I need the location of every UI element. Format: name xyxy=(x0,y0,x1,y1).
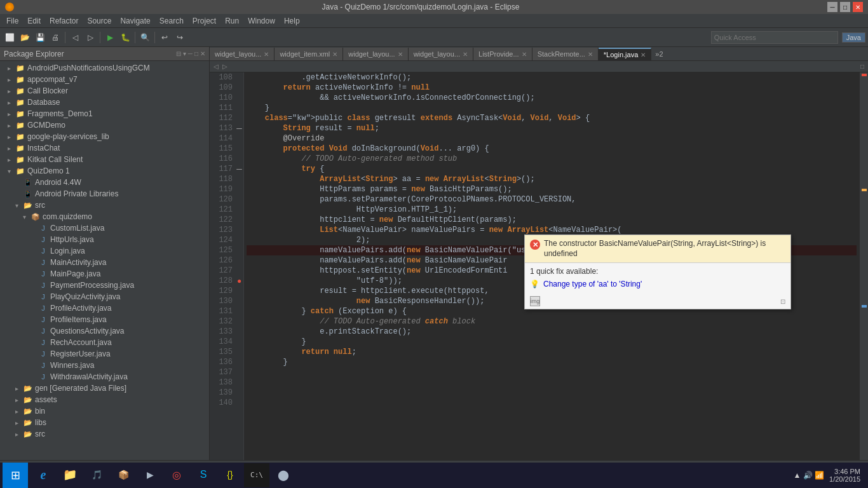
taskbar-cmd[interactable]: C:\ xyxy=(244,463,269,487)
ed-prev-button[interactable]: ◁ xyxy=(212,63,220,70)
tree-item-quizdemo1[interactable]: ▾ 📁 QuizDemo 1 xyxy=(0,165,209,177)
quick-fix-item[interactable]: 💡 Change type of 'aa' to 'String' xyxy=(530,278,785,290)
tree-item-customlist.java[interactable]: J CustomList.java xyxy=(0,222,209,234)
menu-item-edit[interactable]: Edit xyxy=(24,15,44,27)
tab-close-3[interactable]: ✕ xyxy=(463,51,468,58)
tab-6[interactable]: *Login.java✕ xyxy=(599,48,651,60)
quick-fix-resize-handle[interactable]: ⊡ xyxy=(780,298,785,305)
tab-3[interactable]: widget_layou...✕ xyxy=(409,48,473,60)
tab-close-5[interactable]: ✕ xyxy=(588,51,593,58)
menu-item-navigate[interactable]: Navigate xyxy=(116,15,154,27)
tree-item-paymentprocessing.java[interactable]: J PaymentProcessing.java xyxy=(0,280,209,291)
open-button[interactable]: 📂 xyxy=(18,30,32,44)
pe-maximize-icon[interactable]: □ xyxy=(194,50,198,57)
save-button[interactable]: 💾 xyxy=(33,30,47,44)
back-button[interactable]: ◁ xyxy=(68,30,82,44)
gutter-collapse[interactable]: ─ xyxy=(236,124,242,133)
tree-item-android4.4w[interactable]: 📱 Android 4.4W xyxy=(0,177,209,188)
redo-button[interactable]: ↪ xyxy=(173,30,187,44)
tree-item-bin[interactable]: ▸ 📂 bin xyxy=(0,405,209,417)
tree-item-winners.java[interactable]: J Winners.java xyxy=(0,360,209,371)
tree-icon: J xyxy=(38,303,48,313)
tree-item-androidpushnotificationsusinggcm[interactable]: ▸ 📁 AndroidPushNotificationsUsingGCM xyxy=(0,62,209,74)
tab-4[interactable]: ListProvide...✕ xyxy=(473,48,532,60)
tree-item-fragments_demo1[interactable]: ▸ 📁 Fragments_Demo1 xyxy=(0,108,209,119)
tree-item-assets[interactable]: ▸ 📂 assets xyxy=(0,394,209,405)
start-button[interactable]: ⊞ xyxy=(3,463,28,488)
tree-item-libs[interactable]: ▸ 📂 libs xyxy=(0,417,209,428)
forward-button[interactable]: ▷ xyxy=(83,30,97,44)
tree-item-callblocker[interactable]: ▸ 📁 Call Blocker xyxy=(0,85,209,97)
tab-0[interactable]: widget_layou...✕ xyxy=(210,48,275,60)
taskbar-skype[interactable]: S xyxy=(191,463,216,487)
tree-item-gcmdemo[interactable]: ▸ 📁 GCMDemo xyxy=(0,119,209,131)
tree-item-appcompat_v7[interactable]: ▸ 📁 appcompat_v7 xyxy=(0,74,209,85)
tab-close-2[interactable]: ✕ xyxy=(398,51,403,58)
tab-close-0[interactable]: ✕ xyxy=(264,51,269,58)
run-button[interactable]: ▶ xyxy=(103,30,117,44)
tree-item-rechaccount.java[interactable]: J RechAccount.java xyxy=(0,337,209,348)
quick-fix-item-label[interactable]: Change type of 'aa' to 'String' xyxy=(543,280,642,288)
menu-item-help[interactable]: Help xyxy=(280,15,304,27)
new-button[interactable]: ⬜ xyxy=(3,30,17,44)
close-button[interactable]: ✕ xyxy=(853,2,863,12)
tab-overflow[interactable]: »2 xyxy=(651,48,667,60)
taskbar-media[interactable]: 🎵 xyxy=(84,463,109,487)
tree-item-src[interactable]: ▾ 📂 src xyxy=(0,200,209,211)
tree-item-registeruser.java[interactable]: J RegisterUser.java xyxy=(0,348,209,360)
taskbar-file-explorer[interactable]: 📁 xyxy=(57,463,83,487)
tree-item-database[interactable]: ▸ 📁 Database xyxy=(0,97,209,108)
print-button[interactable]: 🖨 xyxy=(48,30,62,44)
line-num-117: 117 xyxy=(212,164,233,174)
tree-item-kitkatcallsilent[interactable]: ▸ 📁 Kitkat Call Silent xyxy=(0,154,209,165)
tree-item-mainpage.java[interactable]: J MainPage.java xyxy=(0,268,209,280)
pe-collapse-icon[interactable]: ⊟ xyxy=(176,50,181,57)
taskbar-play[interactable]: ▶ xyxy=(137,463,163,487)
perspective-badge[interactable]: Java xyxy=(842,32,865,43)
taskbar-app9[interactable]: ⬤ xyxy=(271,463,296,487)
minimize-button[interactable]: ─ xyxy=(827,2,837,12)
pe-close-icon[interactable]: ✕ xyxy=(200,50,205,57)
tab-5[interactable]: StackRemote...✕ xyxy=(532,48,599,60)
menu-item-search[interactable]: Search xyxy=(156,15,187,27)
taskbar-brackets[interactable]: {} xyxy=(217,463,243,487)
tree-item-questionsactivity.java[interactable]: J QuestionsActivity.java xyxy=(0,325,209,337)
search-button[interactable]: 🔍 xyxy=(138,30,152,44)
ed-next-button[interactable]: ▷ xyxy=(221,63,229,70)
quick-access-input[interactable] xyxy=(711,31,838,44)
ed-maximize-button[interactable]: □ xyxy=(859,63,865,70)
undo-button[interactable]: ↩ xyxy=(158,30,172,44)
tree-item-google-play-services_lib[interactable]: ▸ 📁 google-play-services_lib xyxy=(0,131,209,142)
maximize-button[interactable]: □ xyxy=(840,2,850,12)
tree-item-profileactivity.java[interactable]: J ProfileActivity.java xyxy=(0,302,209,314)
menu-item-project[interactable]: Project xyxy=(189,15,220,27)
menu-item-refactor[interactable]: Refactor xyxy=(46,15,82,27)
taskbar-vbox[interactable]: 📦 xyxy=(111,463,136,487)
tree-item-com.quizdemo[interactable]: ▾ 📦 com.quizdemo xyxy=(0,211,209,222)
taskbar-chrome[interactable]: ◎ xyxy=(164,463,189,487)
tab-close-6[interactable]: ✕ xyxy=(641,51,646,58)
tab-close-4[interactable]: ✕ xyxy=(522,51,527,58)
menu-item-window[interactable]: Window xyxy=(244,15,279,27)
gutter-collapse[interactable]: ─ xyxy=(236,165,242,173)
tree-item-androidprivatelibraries[interactable]: 📱 Android Private Libraries xyxy=(0,188,209,200)
taskbar-ie[interactable]: e xyxy=(31,463,56,487)
pe-menu-icon[interactable]: ▾ xyxy=(183,50,186,57)
tree-item-src[interactable]: ▸ 📂 src xyxy=(0,428,209,440)
debug-button[interactable]: 🐛 xyxy=(118,30,132,44)
tree-item-mainactivity.java[interactable]: J MainActivity.java xyxy=(0,257,209,268)
menu-item-run[interactable]: Run xyxy=(221,15,243,27)
tree-item-profileitems.java[interactable]: J ProfileItems.java xyxy=(0,314,209,325)
tree-item-httpurls.java[interactable]: J HttpUrls.java xyxy=(0,234,209,245)
tree-item-instachat[interactable]: ▸ 📁 InstaChat xyxy=(0,142,209,154)
tree-item-playquizactivity.java[interactable]: J PlayQuizActivity.java xyxy=(0,291,209,302)
tree-item-withdrawalactivity.java[interactable]: J WithdrawalActivity.java xyxy=(0,371,209,383)
tab-2[interactable]: widget_layou...✕ xyxy=(343,48,408,60)
tab-1[interactable]: widget_item.xml✕ xyxy=(275,48,343,60)
menu-item-source[interactable]: Source xyxy=(83,15,115,27)
tree-item-gen[generatedjavafiles][interactable]: ▸ 📂 gen [Generated Java Files] xyxy=(0,383,209,394)
pe-minimize-icon[interactable]: ─ xyxy=(188,50,193,57)
tree-item-login.java[interactable]: J Login.java xyxy=(0,245,209,257)
tab-close-1[interactable]: ✕ xyxy=(332,51,337,58)
menu-item-file[interactable]: File xyxy=(3,15,22,27)
